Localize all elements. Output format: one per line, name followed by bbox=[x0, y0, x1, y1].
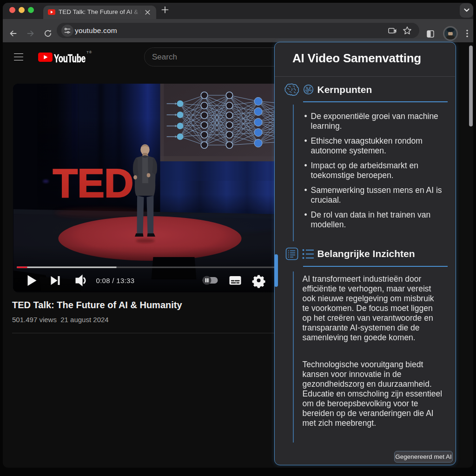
svg-text:0:08 / 13:33: 0:08 / 13:33 bbox=[96, 277, 135, 284]
